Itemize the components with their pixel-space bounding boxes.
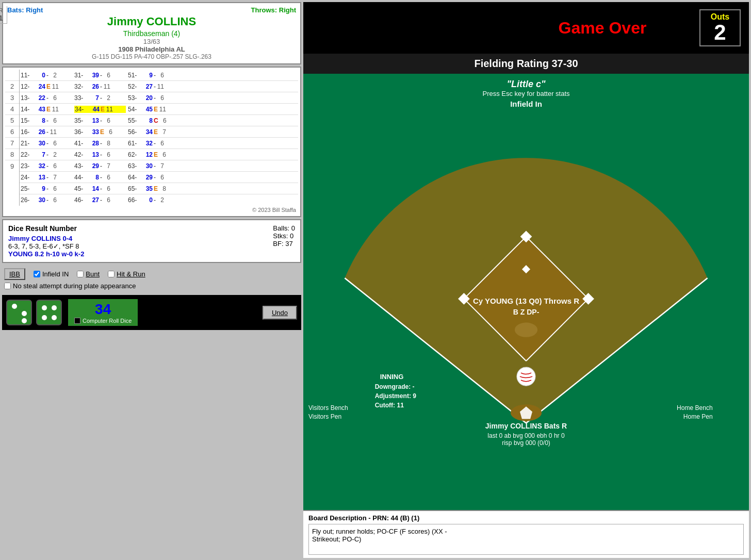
no-steal-checkbox[interactable]: [4, 283, 11, 289]
computer-roll-label: Computer Roll Dice: [83, 318, 132, 324]
row-label-8: 8: [5, 149, 19, 160]
field-svg-area: Cy YOUNG (13 Q0) Throws R B Z DP- INNING…: [303, 108, 749, 510]
result-cell-26: 26-30-6: [21, 196, 72, 204]
bunt-checkbox-label[interactable]: Bunt: [77, 270, 100, 278]
balls-stat: Balls: 0: [273, 224, 295, 232]
result-cell-34-highlight: 34-44E11: [74, 106, 126, 113]
row-label-2: 2: [5, 81, 19, 92]
result-cell-16: 16-26-11: [21, 128, 72, 136]
die-1: [6, 300, 32, 325]
hit-run-checkbox[interactable]: [108, 271, 115, 277]
result-row-12: 26-30-6 46-27-6 66-0-2: [20, 194, 298, 206]
board-description-section: Board Description - PRN: 44 (B) (1) Fly …: [303, 510, 749, 558]
player-stats: G-115 DG-115 PA-470 OBP-.257 SLG-.263: [7, 53, 296, 60]
controls-section: IBB Infield IN Bunt Hit & Run No steal: [2, 265, 301, 293]
no-steal-label: No steal attempt during plate appearance: [13, 282, 136, 290]
computer-roll-row: Computer Roll Dice: [74, 318, 132, 324]
results-data-cols: 11-0-2 31-39-6 51-9-6 12-24E11 32-26-11 …: [20, 70, 298, 206]
svg-text:Cutoff: 11: Cutoff: 11: [375, 402, 404, 409]
fielding-bar: Fielding Rating 37-30: [303, 54, 749, 74]
result-cell-63: 63-30-7: [128, 162, 179, 170]
dot-3: [42, 305, 47, 310]
result-cell-14: 14-43E11: [21, 106, 72, 113]
result-cell-44: 44-8-6: [74, 174, 126, 181]
infield-in-checkbox[interactable]: [34, 271, 40, 277]
main-container: R 1 Bats: Right Throws: Right Jimmy COLL…: [0, 0, 751, 560]
dice-number-container: 34 Computer Roll Dice: [68, 299, 138, 326]
result-row-9: 23-32-6 43-29-7 63-30-7: [20, 160, 298, 172]
computer-roll-checkbox-icon: [74, 318, 80, 324]
result-row-4: 14-43E11 34-44E11 54-45E11: [20, 104, 298, 115]
result-cell-15: 15-8-6: [21, 117, 72, 124]
infield-in-label: Infield IN: [42, 270, 69, 278]
svg-point-13: [517, 367, 535, 386]
board-desc-content: Fly out; runner holds; PO-CF (F scores) …: [312, 528, 447, 543]
undo-button[interactable]: Undo: [263, 306, 297, 320]
result-cell-51: 51-9-6: [128, 72, 179, 79]
svg-text:Cy YOUNG (13 Q0) Throws R: Cy YOUNG (13 Q0) Throws R: [473, 297, 579, 305]
result-cell-12: 12-24E11: [21, 83, 72, 90]
results-section: 2 3 4 5 6 7 8 9 11-0-2 31-39-6 51-9-6: [2, 67, 301, 217]
dot-6: [52, 315, 57, 320]
svg-text:risp bvg 000 (0/0): risp bvg 000 (0/0): [502, 439, 550, 447]
result-cell-61: 61-32-6: [128, 140, 179, 147]
svg-text:Adjustment: 9: Adjustment: 9: [375, 392, 417, 400]
dice-results-text: 6-3, 7, 5-3, E-6✓, *SF 8: [8, 242, 267, 250]
result-cell-52: 52-27-11: [128, 83, 179, 90]
dice-title: Dice Result Number: [8, 224, 267, 233]
result-cell-65: 65-35E8: [128, 185, 179, 192]
bats-label: Bats: Right: [7, 6, 43, 14]
result-cell-64: 64-29-6: [128, 174, 179, 181]
row-labels: 2 3 4 5 6 7 8 9: [5, 70, 20, 206]
bats-value: Right: [26, 6, 43, 14]
svg-text:last 0 ab bvg 000 ebh 0 hr 0: last 0 ab bvg 000 ebh 0 hr 0: [487, 432, 565, 439]
result-row-7: 21-30-6 41-28-8 61-32-6: [20, 138, 298, 149]
result-cell-55: 55-8C6: [128, 117, 179, 124]
player-position: Thirdbaseman (4): [7, 29, 296, 38]
svg-text:B Z DP-: B Z DP-: [513, 308, 540, 316]
result-cell-54: 54-45E11: [128, 106, 179, 113]
player-record: 13/63: [7, 38, 296, 45]
no-steal-checkbox-label[interactable]: No steal attempt during plate appearance: [4, 282, 136, 290]
outs-box: Outs 2: [699, 9, 741, 46]
fielding-title: Fielding Rating 37-30: [303, 58, 749, 70]
right-panel: Game Over Outs 2 Fielding Rating 37-30 "…: [303, 2, 749, 558]
dot-4: [52, 305, 57, 310]
result-cell-45: 45-14-6: [74, 185, 126, 192]
dice-pitcher: YOUNG 8.2 h-10 w-0 k-2: [8, 250, 267, 258]
row-label-blank: [5, 70, 19, 81]
press-esc-text: Press Esc key for batter stats: [303, 90, 749, 97]
outs-number: 2: [707, 22, 733, 43]
svg-text:Visitors Bench: Visitors Bench: [308, 404, 348, 411]
dice-bar: 34 Computer Roll Dice Undo: [2, 295, 301, 330]
result-row-1: 11-0-2 31-39-6 51-9-6: [20, 70, 298, 81]
throws-label: Throws: Right: [251, 6, 296, 14]
result-cell-31: 31-39-6: [74, 72, 126, 79]
row-label-5: 5: [5, 115, 19, 126]
result-cell-25: 25-9-6: [21, 185, 72, 192]
field-svg: Cy YOUNG (13 Q0) Throws R B Z DP- INNING…: [303, 108, 749, 510]
row-label-6: 6: [5, 126, 19, 138]
svg-point-9: [515, 323, 537, 337]
result-cell-41: 41-28-8: [74, 140, 126, 147]
infield-in-checkbox-label[interactable]: Infield IN: [34, 270, 69, 278]
result-cell-22: 22-7-2: [21, 151, 72, 158]
little-c-text: "Little c": [303, 74, 749, 90]
infield-in-text: Infield In: [303, 100, 749, 108]
die-2: [36, 300, 62, 325]
result-cell-42: 42-13-6: [74, 151, 126, 158]
row-number: 1: [0, 13, 6, 22]
bunt-label: Bunt: [86, 270, 100, 278]
game-over-bar: Game Over Outs 2: [303, 2, 749, 54]
result-cell-11: 11-0-2: [21, 72, 72, 79]
result-cell-66: 66-0-2: [128, 196, 179, 204]
controls-row1: IBB Infield IN Bunt Hit & Run: [4, 268, 299, 280]
hit-run-checkbox-label[interactable]: Hit & Run: [108, 270, 145, 278]
ibb-button[interactable]: IBB: [4, 268, 25, 280]
bunt-checkbox[interactable]: [77, 271, 84, 277]
board-desc-title: Board Description - PRN: 44 (B) (1): [308, 514, 744, 522]
result-cell-32: 32-26-11: [74, 83, 126, 90]
row-label-3: 3: [5, 92, 19, 104]
player-team: 1908 Philadelphia AL: [7, 45, 296, 53]
result-cell-62: 62-12E6: [128, 151, 179, 158]
